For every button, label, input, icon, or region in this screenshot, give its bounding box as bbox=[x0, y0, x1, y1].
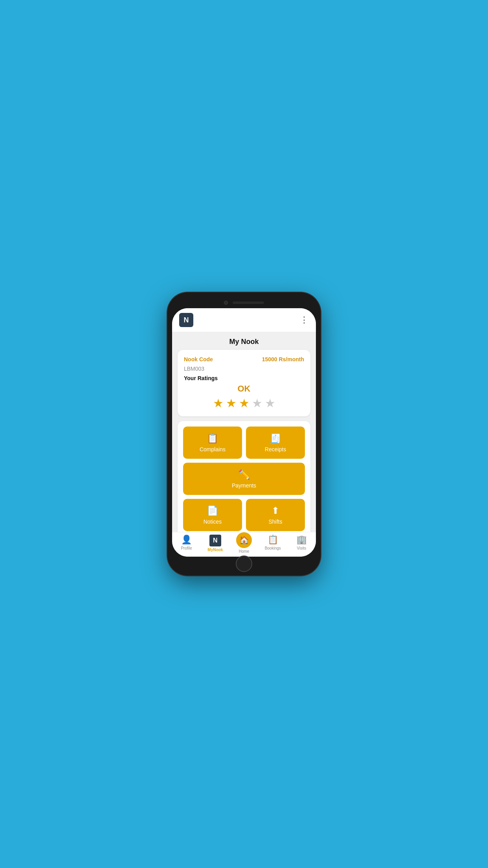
notices-icon: 📄 bbox=[207, 505, 218, 516]
nav-item-mynook[interactable]: N MyNook bbox=[201, 535, 229, 554]
actions-card: 📋 Complains 🧾 Receipts ✏️ Payments 📄 Not… bbox=[178, 421, 310, 532]
visits-label: Visits bbox=[297, 546, 306, 550]
page-title: My Nook bbox=[172, 332, 316, 350]
shifts-icon: ⬆ bbox=[272, 505, 279, 516]
receipts-button[interactable]: 🧾 Receipts bbox=[246, 427, 305, 459]
profile-icon: 👤 bbox=[181, 535, 192, 545]
mynook-icon: N bbox=[209, 535, 221, 546]
payments-button[interactable]: ✏️ Payments bbox=[183, 463, 305, 495]
star-3: ★ bbox=[239, 396, 250, 410]
phone-camera bbox=[224, 301, 228, 305]
payments-icon: ✏️ bbox=[238, 469, 250, 480]
nav-item-visits[interactable]: 🏢 Visits bbox=[287, 535, 316, 554]
bottom-nav: 👤 Profile N MyNook 🏠 Home 📋 Bookings 🏢 V… bbox=[172, 532, 316, 557]
menu-dots-button[interactable]: ⋮ bbox=[300, 316, 309, 324]
bookings-icon: 📋 bbox=[268, 535, 278, 545]
notices-button[interactable]: 📄 Notices bbox=[183, 499, 242, 531]
home-button bbox=[236, 555, 252, 572]
shifts-button[interactable]: ⬆ Shifts bbox=[246, 499, 305, 531]
nook-code-label: Nook Code bbox=[184, 356, 213, 362]
phone-top-bar bbox=[172, 297, 316, 308]
visits-icon: 🏢 bbox=[296, 535, 307, 545]
star-5: ★ bbox=[265, 396, 275, 410]
nav-item-profile[interactable]: 👤 Profile bbox=[172, 535, 201, 554]
shifts-label: Shifts bbox=[268, 519, 282, 525]
phone-speaker bbox=[233, 302, 264, 304]
home-label: Home bbox=[239, 549, 250, 554]
app-content: My Nook Nook Code 15000 Rs/month LBM003 … bbox=[172, 332, 316, 532]
phone-bottom-bar bbox=[172, 557, 316, 571]
stars-row: ★ ★ ★ ★ ★ bbox=[184, 396, 304, 410]
app-header: N ⋮ bbox=[172, 308, 316, 332]
complains-button[interactable]: 📋 Complains bbox=[183, 427, 242, 459]
receipts-label: Receipts bbox=[265, 446, 286, 452]
complains-label: Complains bbox=[200, 446, 226, 452]
payments-label: Payments bbox=[232, 482, 256, 489]
nav-item-bookings[interactable]: 📋 Bookings bbox=[259, 535, 287, 554]
home-icon: 🏠 bbox=[236, 532, 252, 548]
app-logo: N bbox=[179, 313, 193, 327]
nook-code-value: LBM003 bbox=[184, 366, 304, 372]
rating-status: OK bbox=[184, 384, 304, 394]
star-2: ★ bbox=[226, 396, 237, 410]
nook-price: 15000 Rs/month bbox=[262, 356, 304, 362]
ratings-label: Your Ratings bbox=[184, 375, 304, 381]
phone-frame: N ⋮ My Nook Nook Code 15000 Rs/month LBM… bbox=[167, 292, 321, 576]
nook-card: Nook Code 15000 Rs/month LBM003 Your Rat… bbox=[178, 350, 310, 416]
star-1: ★ bbox=[213, 396, 224, 410]
actions-grid: 📋 Complains 🧾 Receipts ✏️ Payments 📄 Not… bbox=[183, 427, 305, 531]
notices-label: Notices bbox=[204, 519, 222, 525]
complains-icon: 📋 bbox=[207, 433, 218, 444]
profile-label: Profile bbox=[181, 546, 192, 550]
star-4: ★ bbox=[252, 396, 262, 410]
mynook-label: MyNook bbox=[207, 548, 223, 552]
bookings-label: Bookings bbox=[265, 546, 281, 550]
receipts-icon: 🧾 bbox=[270, 433, 281, 444]
nav-item-home[interactable]: 🏠 Home bbox=[229, 535, 258, 554]
phone-screen: N ⋮ My Nook Nook Code 15000 Rs/month LBM… bbox=[172, 308, 316, 557]
nook-card-header: Nook Code 15000 Rs/month bbox=[184, 356, 304, 362]
